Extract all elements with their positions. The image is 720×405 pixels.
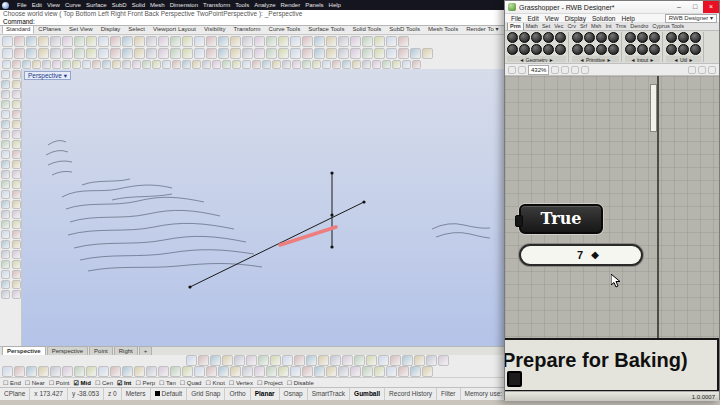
status-item[interactable]: Osnap bbox=[280, 388, 308, 400]
toolbar-icon[interactable] bbox=[192, 60, 201, 69]
component-icon[interactable] bbox=[608, 32, 619, 43]
toolbar-icon[interactable] bbox=[158, 366, 169, 377]
toolbar-icon[interactable] bbox=[198, 355, 209, 366]
toolbar-icon[interactable] bbox=[134, 366, 145, 377]
palette-group-label[interactable]: ◄ Input ► bbox=[625, 56, 660, 62]
toolbar-icon[interactable] bbox=[1, 210, 10, 219]
toolbar-icon[interactable] bbox=[1, 150, 10, 159]
component-icon[interactable] bbox=[678, 32, 689, 43]
toolbar-icon[interactable] bbox=[218, 366, 229, 377]
toolbar-icon[interactable] bbox=[62, 36, 73, 47]
toolbar-icon[interactable] bbox=[12, 230, 21, 239]
toolbar-icon[interactable] bbox=[86, 48, 97, 59]
toolbar-icon[interactable] bbox=[338, 366, 349, 377]
toolbar-icon[interactable] bbox=[102, 60, 111, 69]
number-slider-component[interactable]: 7 ◆ bbox=[519, 244, 643, 266]
toolbar-icon[interactable] bbox=[338, 36, 349, 47]
toolbar-icon[interactable] bbox=[122, 366, 133, 377]
save-file-icon[interactable] bbox=[518, 66, 526, 74]
toolbar-icon[interactable] bbox=[322, 60, 331, 69]
toolbar-icon[interactable] bbox=[12, 180, 21, 189]
component-icon[interactable] bbox=[519, 44, 530, 55]
component-icon[interactable] bbox=[543, 32, 554, 43]
toolbar-icon[interactable] bbox=[72, 60, 81, 69]
toolbar-icon[interactable] bbox=[342, 355, 353, 366]
toolbar-icon[interactable] bbox=[242, 36, 253, 47]
toolbar-icon[interactable] bbox=[186, 355, 197, 366]
rhino-menu-item[interactable]: Mesh bbox=[147, 2, 167, 8]
toolbar-icon[interactable] bbox=[170, 366, 181, 377]
toolbar-icon[interactable] bbox=[86, 36, 97, 47]
toolbar-icon[interactable] bbox=[38, 36, 49, 47]
toolbar-icon[interactable] bbox=[302, 48, 313, 59]
component-icon[interactable] bbox=[666, 44, 677, 55]
toolbar-tab[interactable]: SubD Tools bbox=[385, 26, 424, 34]
toolbar-icon[interactable] bbox=[314, 36, 325, 47]
component-icon[interactable] bbox=[555, 44, 566, 55]
viewport-tab[interactable]: + bbox=[139, 346, 153, 355]
toolbar-icon[interactable] bbox=[426, 355, 437, 366]
toolbar-icon[interactable] bbox=[32, 60, 41, 69]
toolbar-icon[interactable] bbox=[110, 48, 121, 59]
toolbar-icon[interactable] bbox=[350, 36, 361, 47]
toolbar-icon[interactable] bbox=[278, 36, 289, 47]
toolbar-icon[interactable] bbox=[202, 60, 211, 69]
toolbar-icon[interactable] bbox=[352, 60, 361, 69]
toolbar-icon[interactable] bbox=[12, 170, 21, 179]
toolbar-icon[interactable] bbox=[38, 48, 49, 59]
toolbar-icon[interactable] bbox=[362, 60, 371, 69]
toolbar-icon[interactable] bbox=[110, 36, 121, 47]
toolbar-icon[interactable] bbox=[122, 36, 133, 47]
component-icon[interactable] bbox=[625, 32, 636, 43]
osnap-checkbox[interactable]: ☑ Int bbox=[117, 379, 131, 386]
toolbar-icon[interactable] bbox=[222, 60, 231, 69]
toolbar-icon[interactable] bbox=[254, 36, 265, 47]
pan-icon[interactable] bbox=[571, 66, 579, 74]
toolbar-icon[interactable] bbox=[12, 270, 21, 279]
toolbar-icon[interactable] bbox=[242, 366, 253, 377]
toolbar-icon[interactable] bbox=[234, 355, 245, 366]
toolbar-icon[interactable] bbox=[252, 60, 261, 69]
toolbar-icon[interactable] bbox=[74, 366, 85, 377]
component-category-tab[interactable]: Srf bbox=[578, 23, 589, 30]
toolbar-icon[interactable] bbox=[1, 260, 10, 269]
toolbar-icon[interactable] bbox=[50, 48, 61, 59]
toolbar-icon[interactable] bbox=[302, 60, 311, 69]
osnap-checkbox[interactable]: ☐ Perp bbox=[135, 379, 155, 386]
toolbar-icon[interactable] bbox=[146, 48, 157, 59]
toolbar-icon[interactable] bbox=[392, 60, 401, 69]
component-icon[interactable] bbox=[666, 32, 677, 43]
toolbar-icon[interactable] bbox=[152, 60, 161, 69]
toolbar-icon[interactable] bbox=[1, 270, 10, 279]
rhino-menu-item[interactable]: Transform bbox=[201, 2, 233, 8]
toolbar-icon[interactable] bbox=[402, 355, 413, 366]
component-icon[interactable] bbox=[531, 44, 542, 55]
document-selector[interactable]: RWB Designer ▾ bbox=[665, 14, 717, 23]
toolbar-icon[interactable] bbox=[12, 100, 21, 109]
viewport-tab[interactable]: Point bbox=[89, 346, 113, 355]
toolbar-icon[interactable] bbox=[410, 48, 421, 59]
palette-group-label[interactable]: ◄ Primitive ► bbox=[572, 56, 619, 62]
toolbar-icon[interactable] bbox=[98, 48, 109, 59]
toolbar-icon[interactable] bbox=[1, 70, 10, 79]
view-default-icon[interactable] bbox=[581, 66, 589, 74]
toolbar-icon[interactable] bbox=[390, 355, 401, 366]
toolbar-icon[interactable] bbox=[330, 355, 341, 366]
sketch-icon[interactable] bbox=[688, 66, 696, 74]
toolbar-icon[interactable] bbox=[1, 80, 10, 89]
osnap-checkbox[interactable]: ☐ Quad bbox=[180, 379, 202, 386]
toolbar-icon[interactable] bbox=[354, 355, 365, 366]
toolbar-icon[interactable] bbox=[212, 60, 221, 69]
toolbar-icon[interactable] bbox=[262, 60, 271, 69]
rhino-menu-item[interactable]: Curve bbox=[62, 2, 83, 8]
perspective-viewport[interactable]: Perspective ▾ bbox=[22, 69, 505, 346]
component-category-tab[interactable]: Trns bbox=[614, 23, 629, 30]
toolbar-icon[interactable] bbox=[92, 60, 101, 69]
grasshopper-titlebar[interactable]: Grasshopper - RWB Designer* – □ × bbox=[505, 1, 719, 14]
toolbar-tab[interactable]: CPlanes bbox=[34, 26, 65, 34]
component-icon[interactable] bbox=[507, 32, 518, 43]
component-category-tab[interactable]: Prm bbox=[507, 23, 524, 30]
toolbar-icon[interactable] bbox=[372, 60, 381, 69]
toolbar-icon[interactable] bbox=[2, 366, 13, 377]
toolbar-icon[interactable] bbox=[266, 36, 277, 47]
